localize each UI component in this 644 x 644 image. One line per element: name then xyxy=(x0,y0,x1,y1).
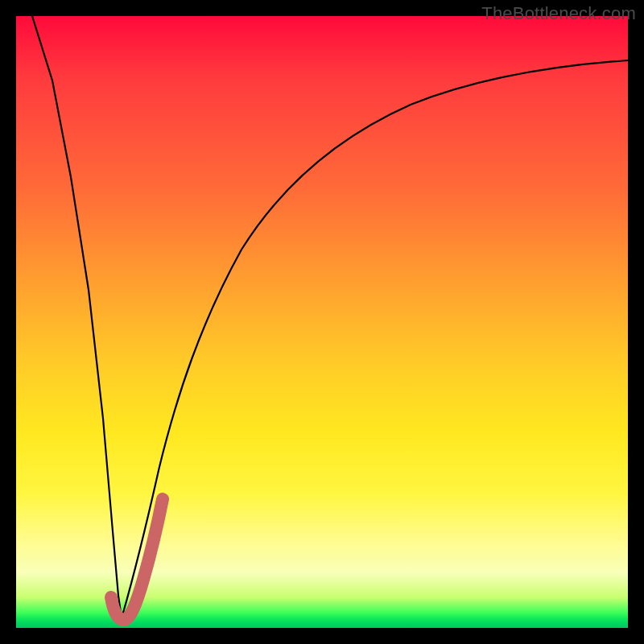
plot-area xyxy=(16,16,628,628)
curve-right-branch xyxy=(122,60,628,618)
curves-layer xyxy=(16,16,628,628)
watermark-text: TheBottleneck.com xyxy=(481,3,636,24)
curve-left-branch xyxy=(32,16,122,618)
chart-frame: TheBottleneck.com xyxy=(0,0,644,644)
